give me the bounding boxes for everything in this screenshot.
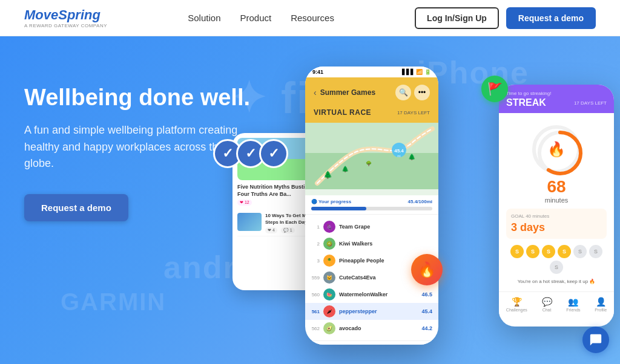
- goal-circle: 🔥: [532, 125, 581, 174]
- streak-prompt: Time to go streaking!: [506, 91, 607, 96]
- phone-signal: ▋▋▋ 📶 🔋: [402, 69, 431, 75]
- streak-dot: S: [542, 245, 555, 258]
- phone-status-bar: 9:41 ▋▋▋ 📶 🔋: [305, 67, 438, 77]
- challenge-name: Summer Games: [320, 88, 375, 97]
- streak-unit: minutes: [506, 197, 607, 204]
- nav-product[interactable]: Product: [240, 13, 271, 23]
- hero-demo-button[interactable]: Request a demo: [24, 194, 128, 221]
- table-row: 560 🍉 WatermelonWalker 46.5: [305, 286, 438, 303]
- header-buttons: Log In/Sign Up Request a demo: [415, 7, 596, 29]
- more-icon[interactable]: •••: [414, 85, 430, 100]
- nav-friends-r[interactable]: 👥 Friends: [566, 297, 580, 312]
- svg-text:🌲: 🌲: [341, 165, 349, 173]
- nav-solution[interactable]: Solution: [188, 13, 220, 23]
- phone-right-bottom-nav: 🏆 Challenges 💬 Chat 👥 Friends 👤 Profile: [499, 291, 614, 317]
- streak-days-left: 17 DAYS LEFT: [574, 100, 607, 106]
- table-row: 2 🥝 Kiwi Walkers: [305, 235, 438, 252]
- streak-dot: S: [573, 245, 587, 258]
- svg-text:🌳: 🌳: [366, 160, 372, 166]
- streak-days-count: 3 days: [511, 221, 602, 234]
- article-2-thumb: [237, 213, 262, 231]
- nav-profile-r[interactable]: 👤 Profile: [595, 297, 607, 312]
- avatar: 🍇: [323, 221, 335, 233]
- avatar: 🌶: [323, 305, 335, 317]
- goal-ring: 🔥 68 minutes: [506, 125, 607, 204]
- check-3: ✓: [259, 139, 288, 168]
- logo: MoveSpring A REWARD GATEWAY COMPANY: [24, 7, 107, 28]
- phone-time: 9:41: [312, 69, 323, 75]
- streak-dot: S: [510, 245, 524, 258]
- progress-fill: [311, 207, 366, 210]
- race-title-bar: VIRTUAL RACE 17 DAYS LEFT: [305, 105, 438, 123]
- streak-title: STREAK: [506, 97, 546, 108]
- avatar: 🥑: [323, 322, 335, 334]
- svg-text:🌲: 🌲: [408, 153, 416, 161]
- svg-text:mi: mi: [397, 154, 400, 158]
- progress-track: [311, 207, 432, 210]
- streak-dot: S: [558, 245, 571, 258]
- streak-encouragement: You're on a hot streak, keep it up 🔥: [506, 279, 607, 284]
- table-row: 1 🍇 Team Grape: [305, 218, 438, 235]
- hero-section: ✦ fitbit iPhone android GARMIN Wellbeing…: [0, 36, 620, 364]
- challenge-header: ‹ Summer Games 🔍 •••: [305, 77, 438, 105]
- progress-label-row: 🔵 Your progress 45.4/100mi: [311, 199, 432, 204]
- progress-section: 🔵 Your progress 45.4/100mi: [305, 195, 438, 215]
- table-row-highlighted: 561 🌶 pepperstepper 45.4: [305, 303, 438, 320]
- back-icon[interactable]: ‹: [314, 88, 317, 97]
- challenge-actions: 🔍 •••: [395, 85, 430, 100]
- days-left: 17 DAYS LEFT: [397, 110, 430, 115]
- svg-text:🌲: 🌲: [323, 170, 332, 179]
- streak-dot: S: [550, 261, 563, 274]
- main-nav: Solution Product Resources: [188, 13, 334, 23]
- chat-icon: [589, 333, 602, 346]
- chat-bubble-button[interactable]: [582, 327, 609, 353]
- request-demo-button[interactable]: Request a demo: [506, 7, 596, 29]
- streak-goal-box: GOAL 40 minutes 3 days: [506, 209, 607, 239]
- streak-dot: S: [526, 245, 539, 258]
- goal-label: GOAL 40 minutes: [511, 213, 602, 219]
- avatar: 🍍: [323, 255, 335, 267]
- challenge-title-row: ‹ Summer Games: [314, 88, 375, 97]
- progress-label: 🔵 Your progress: [311, 199, 351, 204]
- like-count: ❤ 4: [265, 227, 277, 233]
- phones-container: Five Nutrition Myths Busting Four Truths…: [232, 48, 620, 364]
- race-map-svg: 45.4 mi 🌲 🌲 🌳 🌲: [305, 123, 438, 189]
- header: MoveSpring A REWARD GATEWAY COMPANY Solu…: [0, 0, 620, 36]
- avatar: 🍉: [323, 288, 335, 301]
- table-row: 562 🥑 avocado 44.2: [305, 320, 438, 337]
- avatar: 🥝: [323, 238, 335, 250]
- logo-text: MoveSpring: [24, 7, 107, 23]
- checkmarks: ✓ ✓ ✓: [218, 139, 288, 168]
- avatar: 🐱: [323, 271, 335, 284]
- streak-header-row: STREAK 17 DAYS LEFT: [506, 97, 607, 108]
- svg-text:45.4: 45.4: [394, 148, 404, 154]
- flag-button[interactable]: 🚩: [481, 76, 508, 102]
- streak-header: Time to go streaking! STREAK 17 DAYS LEF…: [499, 85, 614, 113]
- login-button[interactable]: Log In/Sign Up: [415, 7, 499, 29]
- race-title-row: VIRTUAL RACE 17 DAYS LEFT: [314, 108, 430, 117]
- bg-garmin-text: GARMIN: [61, 288, 166, 316]
- streak-count: 68: [506, 177, 607, 197]
- streak-dot: S: [589, 245, 602, 258]
- hero-title: Wellbeing done well.: [24, 85, 254, 111]
- phone-main: 9:41 ▋▋▋ 📶 🔋 ‹ Summer Games 🔍 ••• VIRTUA…: [305, 67, 438, 345]
- progress-value: 45.4/100mi: [408, 199, 432, 204]
- streak-dots: S S S S S S S: [506, 245, 607, 274]
- comment-count: 💬 1: [281, 227, 295, 233]
- streak-content: 🔥 68 minutes GOAL 40 minutes 3 days S S …: [499, 113, 614, 291]
- race-map: 45.4 mi 🌲 🌲 🌳 🌲: [305, 123, 438, 195]
- nav-resources[interactable]: Resources: [291, 13, 334, 23]
- race-label: VIRTUAL RACE: [314, 108, 371, 117]
- nav-chat-r[interactable]: 💬 Chat: [542, 297, 552, 312]
- phone-right: Time to go streaking! STREAK 17 DAYS LEF…: [499, 85, 614, 327]
- nav-challenges-r[interactable]: 🏆 Challenges: [506, 297, 527, 312]
- article-1-likes: ❤ 12: [237, 200, 252, 206]
- goal-ring-svg: [536, 129, 584, 177]
- phone-bottom-nav: ⊞ Dashboard 🏆 Challenges 💬 Chat 👥 Friend…: [305, 340, 438, 345]
- logo-sub: A REWARD GATEWAY COMPANY: [24, 23, 107, 28]
- search-icon[interactable]: 🔍: [395, 85, 411, 100]
- fire-button[interactable]: 🔥: [411, 254, 443, 285]
